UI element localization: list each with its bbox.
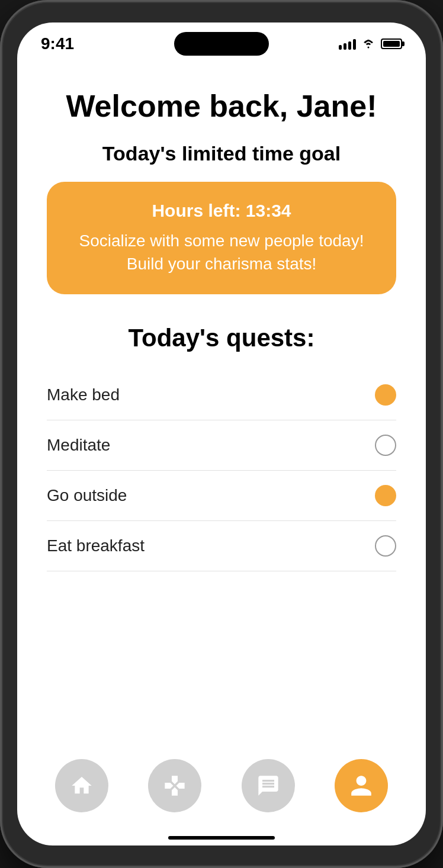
main-content: Welcome back, Jane! Today's limited time…	[17, 59, 426, 747]
quest-label: Eat breakfast	[47, 536, 145, 555]
goal-subtitle: Today's limited time goal	[47, 142, 396, 165]
quest-radio[interactable]	[375, 384, 396, 406]
game-icon	[163, 774, 187, 798]
home-icon	[70, 774, 94, 798]
quest-item[interactable]: Make bed	[47, 370, 396, 420]
quest-label: Go outside	[47, 486, 127, 505]
quest-radio[interactable]	[375, 535, 396, 557]
goal-description: Socialize with some new people today! Bu…	[70, 229, 373, 275]
quest-label: Meditate	[47, 436, 110, 455]
status-time: 9:41	[41, 34, 74, 53]
goal-timer: Hours left: 13:34	[70, 201, 373, 221]
quest-list: Make bedMeditateGo outsideEat breakfast	[47, 370, 396, 571]
nav-chat[interactable]	[242, 759, 295, 812]
profile-icon	[349, 773, 374, 798]
wifi-icon	[362, 38, 375, 49]
battery-icon	[381, 38, 402, 49]
signal-icon	[339, 38, 356, 50]
quest-label: Make bed	[47, 385, 120, 404]
home-indicator	[168, 836, 275, 840]
phone-frame: 9:41 Welcome back, Jane! Today's limited…	[0, 0, 443, 868]
quest-item[interactable]: Eat breakfast	[47, 521, 396, 571]
bottom-nav	[17, 747, 426, 836]
nav-home[interactable]	[55, 759, 108, 812]
phone-screen: 9:41 Welcome back, Jane! Today's limited…	[17, 22, 426, 846]
quest-radio[interactable]	[375, 435, 396, 456]
quest-item[interactable]: Meditate	[47, 420, 396, 471]
goal-card: Hours left: 13:34 Socialize with some ne…	[47, 182, 396, 294]
welcome-title: Welcome back, Jane!	[47, 89, 396, 124]
quest-item[interactable]: Go outside	[47, 471, 396, 521]
quest-radio[interactable]	[375, 485, 396, 506]
nav-game[interactable]	[148, 759, 201, 812]
dynamic-island	[174, 32, 269, 56]
status-icons	[339, 38, 402, 50]
chat-icon	[256, 774, 280, 798]
nav-profile[interactable]	[335, 759, 388, 812]
quests-title: Today's quests:	[47, 324, 396, 352]
